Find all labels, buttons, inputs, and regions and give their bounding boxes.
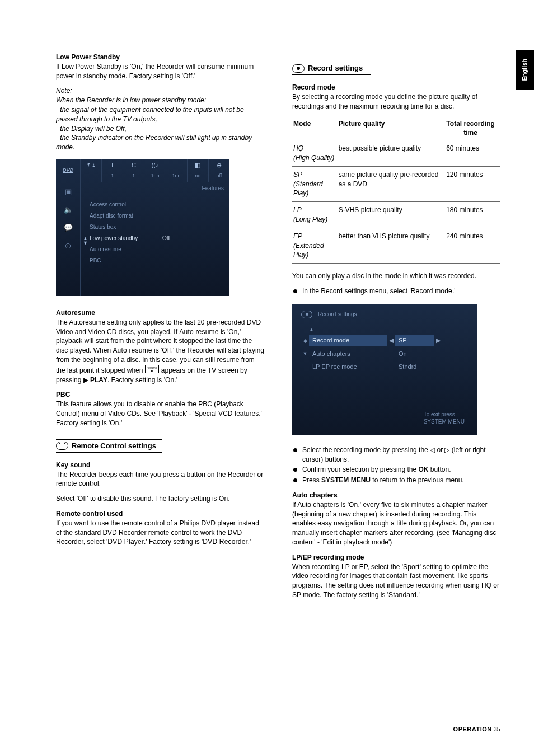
osd-top-cell: ◧no xyxy=(188,159,209,182)
table-row: LP(Long Play)S-VHS picture quality180 mi… xyxy=(292,202,500,228)
bullet-confirm-ok: Confirm your selection by pressing the O… xyxy=(292,465,500,475)
osd-top-cell: ⇡⇣ xyxy=(81,159,102,182)
lps-body: If Low Power Standby is 'On,' the Record… xyxy=(56,62,264,81)
osd-menu-row: PBC xyxy=(90,255,224,266)
osd-menu-row: Auto resume xyxy=(90,244,224,255)
right-column: Record settings Record mode By selecting… xyxy=(292,50,500,605)
osd-top-cell: C1 xyxy=(123,159,144,182)
dvd-logo: DVD xyxy=(63,167,73,174)
osd-record-icon xyxy=(301,311,312,318)
osd-top-cell: ((♪1en xyxy=(144,159,166,182)
osd-up-arrow: ▲ xyxy=(309,326,468,334)
record-modes-table: Mode Picture quality Total recording tim… xyxy=(292,117,500,264)
record-mode-intro: By selecting a recording mode you define… xyxy=(292,92,500,111)
remote-icon: ⋮⋮ xyxy=(56,442,68,450)
osd-side-icon: 💬 xyxy=(64,223,73,233)
osd-record-settings-screenshot: Record settings ▲ ◆Record mode◀SP▶▼Auto … xyxy=(292,304,477,435)
osd-features-label: Features xyxy=(202,185,224,192)
keysound-p2: Select 'Off' to disable this sound. The … xyxy=(56,494,264,504)
osd-exit-hint: To exit pressSYSTEM MENU xyxy=(424,411,465,425)
bullet-press-system-menu: Press SYSTEM MENU to return to the previ… xyxy=(292,476,500,485)
remote-used-body: If you want to use the remote control of… xyxy=(56,519,264,547)
record-after-table: You can only play a disc in the mode in … xyxy=(292,271,500,281)
osd-record-title: Record settings xyxy=(318,311,357,318)
record-icon xyxy=(292,64,305,73)
lps-note: Note: When the Recorder is in low power … xyxy=(56,86,264,152)
osd-menu-row: Low power standbyOff xyxy=(90,233,224,244)
table-row: EP(Extended Play)better than VHS picture… xyxy=(292,228,500,263)
osd-menu-row: Status box xyxy=(90,222,224,233)
autoresume-heading: Autoresume xyxy=(56,308,264,318)
pbc-body: This feature allows you to disable or en… xyxy=(56,400,264,428)
table-row: SP(Standard Play)same picture quality pr… xyxy=(292,166,500,201)
record-mode-heading: Record mode xyxy=(292,83,500,92)
pbc-heading: PBC xyxy=(56,390,264,400)
table-row: HQ(High Quality)best possible picture qu… xyxy=(292,140,500,167)
osd-menu-row: Access control xyxy=(90,199,224,210)
osd-top-cell: ⋯1en xyxy=(166,159,188,182)
resume-icon: resume xyxy=(145,365,160,373)
osd-menu-row: Adapt disc format xyxy=(90,210,224,222)
osd-record-row: ▼Auto chaptersOn xyxy=(301,348,468,360)
osd-top-cell: ⊕off xyxy=(209,159,229,182)
page-footer: OPERATION 35 xyxy=(453,725,500,734)
osd-scroll-arrows: ▲▼ xyxy=(83,236,88,245)
osd-record-row: ◆Record mode◀SP▶ xyxy=(301,334,468,347)
auto-chapters-heading: Auto chapters xyxy=(292,491,500,500)
keysound-p1: The Recorder beeps each time you press a… xyxy=(56,470,264,489)
auto-chapters-body: If Auto chapters is 'On,' every five to … xyxy=(292,500,500,547)
lpep-body: When recording LP or EP, select the 'Spo… xyxy=(292,562,500,600)
keysound-heading: Key sound xyxy=(56,461,264,470)
lps-heading: Low Power Standby xyxy=(56,53,264,62)
autoresume-body: The Autoresume setting only applies to t… xyxy=(56,318,264,385)
osd-record-row: LP EP rec modeStndrd xyxy=(301,360,468,373)
osd-top-cell: T1 xyxy=(102,159,123,182)
record-settings-heading: Record settings xyxy=(308,63,363,73)
osd-side-icon: ▣ xyxy=(65,187,72,197)
left-column: Low Power Standby If Low Power Standby i… xyxy=(56,50,264,605)
lpep-heading: LP/EP recording mode xyxy=(292,553,500,562)
remote-settings-heading: Remote Control settings xyxy=(72,441,156,451)
osd-side-icon: ⏲ xyxy=(64,241,72,251)
language-tab: English xyxy=(516,50,534,90)
osd-side-icon: 🔈 xyxy=(64,205,73,215)
record-bullet-select-mode: In the Record settings menu, select 'Rec… xyxy=(292,287,500,296)
osd-features-screenshot: DVD ⇡⇣T1C1((♪1en⋯1en◧no⊕off ▣🔈💬⏲ Feature… xyxy=(56,159,229,296)
bullet-select-mode-cursor: Select the recording mode by pressing th… xyxy=(292,445,500,464)
remote-used-heading: Remote control used xyxy=(56,509,264,519)
